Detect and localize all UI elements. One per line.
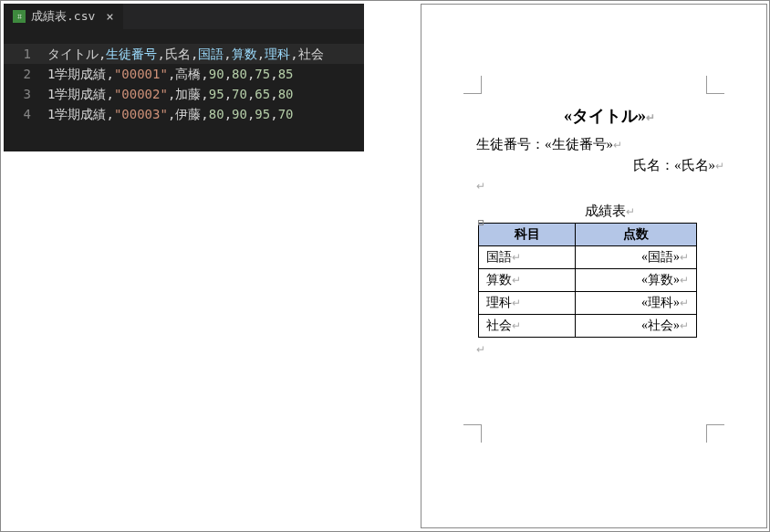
return-mark-icon: ↵ [476, 343, 485, 356]
table-row: 社会↵«社会»↵ [479, 315, 697, 338]
table-row: 国語↵«国語»↵ [479, 246, 697, 269]
col-subject: 科目 [479, 224, 576, 246]
editor-tabbar: ⌗ 成績表.csv × [4, 4, 364, 29]
margin-mark-icon [706, 76, 724, 94]
line-number: 1 [4, 44, 47, 64]
code-line[interactable]: 31学期成績,"00002",加藤,95,70,65,80 [4, 84, 364, 104]
close-icon[interactable]: × [106, 9, 113, 24]
csv-file-icon: ⌗ [13, 10, 26, 23]
code-line[interactable]: 41学期成績,"00003",伊藤,80,90,95,70 [4, 104, 364, 124]
table-caption-text: 成績表 [585, 203, 626, 218]
score-cell: «社会»↵ [576, 315, 697, 338]
return-mark-icon: ↵ [613, 139, 622, 151]
word-document: «タイトル»↵ 生徒番号：«生徒番号»↵ 氏名：«氏名»↵ ↵ 成績表↵ 科目 … [421, 4, 767, 528]
col-score: 点数 [576, 224, 697, 246]
name-line: 氏名：«氏名»↵ [476, 157, 743, 174]
score-table: 科目 点数 国語↵«国語»↵算数↵«算数»↵理科↵«理科»↵社会↵«社会»↵ [478, 223, 697, 338]
name-label: 氏名： [633, 158, 674, 172]
table-header-row: 科目 点数 [479, 224, 697, 246]
blank-line: ↵ [476, 341, 743, 357]
student-no-line: 生徒番号：«生徒番号»↵ [476, 136, 743, 153]
subject-cell: 社会↵ [479, 315, 576, 338]
return-mark-icon: ↵ [646, 111, 655, 124]
margin-mark-icon [463, 76, 482, 94]
line-content: 1学期成績,"00002",加藤,95,70,65,80 [47, 84, 294, 104]
score-cell: «理科»↵ [576, 292, 697, 315]
blank-line: ↵ [476, 178, 743, 193]
student-no-label: 生徒番号： [476, 137, 545, 151]
return-mark-icon: ↵ [715, 160, 724, 172]
return-mark-icon: ↵ [476, 180, 485, 193]
merge-field-title: «タイトル» [564, 107, 646, 125]
margin-mark-icon [706, 424, 724, 443]
code-editor[interactable]: ⌗ 成績表.csv × 1タイトル,生徒番号,氏名,国語,算数,理科,社会21学… [4, 4, 364, 151]
subject-cell: 国語↵ [479, 246, 576, 269]
merge-field-name: «氏名» [674, 158, 715, 172]
table-handle-icon[interactable] [478, 220, 484, 225]
line-content: 1学期成績,"00001",高橋,90,80,75,85 [47, 64, 294, 84]
line-number: 2 [4, 64, 47, 84]
editor-tab-csv[interactable]: ⌗ 成績表.csv × [4, 4, 123, 29]
margin-mark-icon [463, 424, 482, 443]
doc-title-line: «タイトル»↵ [476, 105, 743, 127]
subject-cell: 算数↵ [479, 269, 576, 292]
return-mark-icon: ↵ [626, 205, 635, 218]
line-number: 4 [4, 104, 47, 124]
line-number: 3 [4, 84, 47, 104]
code-area[interactable]: 1タイトル,生徒番号,氏名,国語,算数,理科,社会21学期成績,"00001",… [4, 29, 364, 130]
score-cell: «算数»↵ [576, 269, 697, 292]
table-row: 算数↵«算数»↵ [479, 269, 697, 292]
table-row: 理科↵«理科»↵ [479, 292, 697, 315]
line-content: タイトル,生徒番号,氏名,国語,算数,理科,社会 [47, 44, 324, 64]
table-caption: 成績表↵ [476, 203, 743, 220]
merge-field-student-no: «生徒番号» [545, 137, 613, 151]
code-line[interactable]: 21学期成績,"00001",高橋,90,80,75,85 [4, 64, 364, 84]
code-line[interactable]: 1タイトル,生徒番号,氏名,国語,算数,理科,社会 [4, 44, 364, 64]
doc-body[interactable]: «タイトル»↵ 生徒番号：«生徒番号»↵ 氏名：«氏名»↵ ↵ 成績表↵ 科目 … [476, 105, 743, 360]
line-content: 1学期成績,"00003",伊藤,80,90,95,70 [47, 104, 294, 124]
score-cell: «国語»↵ [576, 246, 697, 269]
subject-cell: 理科↵ [479, 292, 576, 315]
editor-tab-label: 成績表.csv [31, 8, 95, 25]
